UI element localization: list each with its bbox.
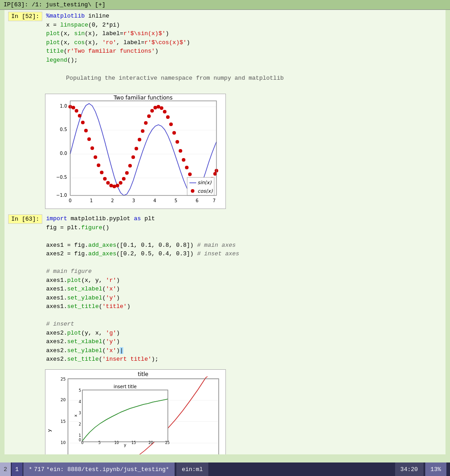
status-right: 34:20 13%	[395, 462, 450, 476]
svg-point-21	[72, 106, 75, 109]
svg-text:0.5: 0.5	[60, 127, 67, 132]
status-num-1[interactable]: 1	[12, 462, 22, 476]
svg-point-37	[122, 177, 126, 181]
status-bar: 2 1 * 717 *ein: 8888/test.ipynb/just_tes…	[0, 462, 450, 476]
plot2-ylabel: y	[46, 429, 52, 432]
svg-text:15: 15	[131, 441, 136, 445]
svg-text:0: 0	[79, 438, 81, 442]
svg-point-39	[128, 164, 132, 168]
cell-63-input: In [63]: import matplotlib.pyplot as plt…	[4, 213, 446, 366]
cell-52: In [52]: %matplotlib inline x = linspace…	[4, 10, 446, 213]
plot-1: Two familiar functions 1.0 0.5 0.0 −0.5 …	[45, 94, 226, 209]
status-percent: 13%	[425, 462, 446, 476]
svg-text:2: 2	[79, 422, 81, 426]
output-text: Populating the interactive namespace fro…	[66, 75, 284, 82]
svg-point-46	[150, 109, 154, 113]
svg-text:0.0: 0.0	[60, 151, 67, 156]
svg-point-55	[179, 149, 182, 153]
svg-text:3: 3	[79, 411, 81, 415]
svg-point-47	[153, 106, 157, 109]
svg-point-35	[116, 184, 119, 187]
svg-text:6: 6	[196, 198, 198, 203]
status-indicator: *	[29, 466, 32, 473]
svg-point-49	[160, 106, 163, 110]
svg-point-23	[78, 114, 81, 118]
svg-point-71	[191, 189, 194, 193]
status-filename-text: *ein: 8888/test.ipynb/just_testing*	[46, 466, 169, 473]
svg-text:−0.5: −0.5	[56, 175, 67, 180]
status-left: 2 1 * 717 *ein: 8888/test.ipynb/just_tes…	[0, 462, 208, 476]
plot-2-svg: title y x 25 20 15 10 5 0 0	[45, 370, 225, 455]
status-line-count: 717	[34, 466, 44, 473]
plot-1-svg: Two familiar functions 1.0 0.5 0.0 −0.5 …	[45, 94, 225, 207]
svg-point-45	[147, 114, 151, 118]
svg-text:5: 5	[79, 389, 81, 393]
svg-text:1.0: 1.0	[60, 104, 67, 109]
svg-point-56	[182, 158, 185, 162]
svg-point-51	[166, 115, 170, 119]
plot2-title: title	[138, 371, 148, 377]
svg-text:5: 5	[98, 441, 100, 445]
cell-63: In [63]: import matplotlib.pyplot as plt…	[4, 213, 446, 454]
plot1-title: Two familiar functions	[113, 95, 173, 101]
plot-2: title y x 25 20 15 10 5 0 0	[45, 369, 226, 455]
svg-point-41	[135, 147, 138, 150]
svg-text:3: 3	[132, 198, 135, 203]
cell-52-prompt[interactable]: In [52]:	[8, 12, 42, 21]
svg-point-31	[103, 177, 107, 181]
svg-point-29	[97, 163, 100, 167]
svg-point-48	[157, 105, 160, 109]
cell-52-output: Populating the interactive namespace fro…	[4, 66, 446, 90]
svg-text:sin(x): sin(x)	[198, 180, 212, 186]
svg-point-22	[75, 109, 78, 113]
svg-point-33	[109, 184, 113, 187]
svg-point-34	[112, 185, 116, 188]
svg-point-32	[106, 181, 110, 185]
cell-63-code[interactable]: import matplotlib.pyplot as plt fig = pl…	[46, 214, 442, 364]
svg-text:20: 20	[61, 398, 66, 402]
svg-point-30	[100, 171, 104, 174]
svg-point-43	[141, 129, 144, 133]
status-num-2[interactable]: 2	[0, 462, 11, 476]
svg-text:5: 5	[175, 198, 177, 203]
cell-52-code[interactable]: %matplotlib inline x = linspace(0, 2*pi)…	[46, 12, 442, 64]
svg-point-42	[138, 138, 141, 141]
svg-text:−1.0: −1.0	[56, 193, 67, 198]
svg-point-53	[172, 131, 176, 135]
svg-text:4: 4	[153, 198, 156, 203]
svg-point-28	[94, 155, 97, 159]
svg-text:7: 7	[213, 198, 216, 203]
svg-text:10: 10	[114, 441, 119, 445]
svg-text:cos(x): cos(x)	[198, 188, 213, 194]
svg-text:2: 2	[111, 198, 114, 203]
svg-rect-93	[82, 390, 168, 442]
svg-point-57	[185, 166, 189, 169]
svg-text:25: 25	[165, 441, 170, 445]
svg-point-58	[188, 172, 192, 176]
svg-text:4: 4	[79, 400, 81, 404]
status-mode: ein:ml	[176, 462, 208, 476]
svg-point-38	[125, 171, 129, 175]
status-filename: * 717 *ein: 8888/test.ipynb/just_testing…	[23, 462, 175, 476]
svg-point-26	[87, 137, 91, 141]
svg-point-52	[169, 122, 173, 126]
svg-point-24	[81, 121, 85, 124]
plot2-inset-xlabel: y	[124, 443, 126, 447]
svg-point-50	[163, 110, 166, 113]
svg-text:20: 20	[148, 441, 153, 445]
svg-point-44	[144, 121, 148, 125]
svg-point-27	[90, 146, 94, 150]
cell-63-prompt[interactable]: In [63]:	[8, 214, 42, 224]
cell-52-input: In [52]: %matplotlib inline x = linspace…	[4, 10, 446, 66]
svg-text:1: 1	[79, 434, 81, 438]
svg-point-36	[119, 181, 122, 185]
svg-text:0: 0	[69, 198, 72, 203]
svg-text:10: 10	[61, 440, 66, 445]
svg-text:1: 1	[90, 198, 93, 203]
notebook: In [52]: %matplotlib inline x = linspace…	[4, 10, 446, 454]
svg-text:25: 25	[61, 377, 66, 381]
title-text: IP[63]: /1: just_testing\ [+]	[4, 1, 105, 8]
svg-point-25	[84, 129, 88, 132]
svg-text:15: 15	[61, 419, 66, 424]
plot2-inset-ylabel: x	[73, 414, 78, 417]
